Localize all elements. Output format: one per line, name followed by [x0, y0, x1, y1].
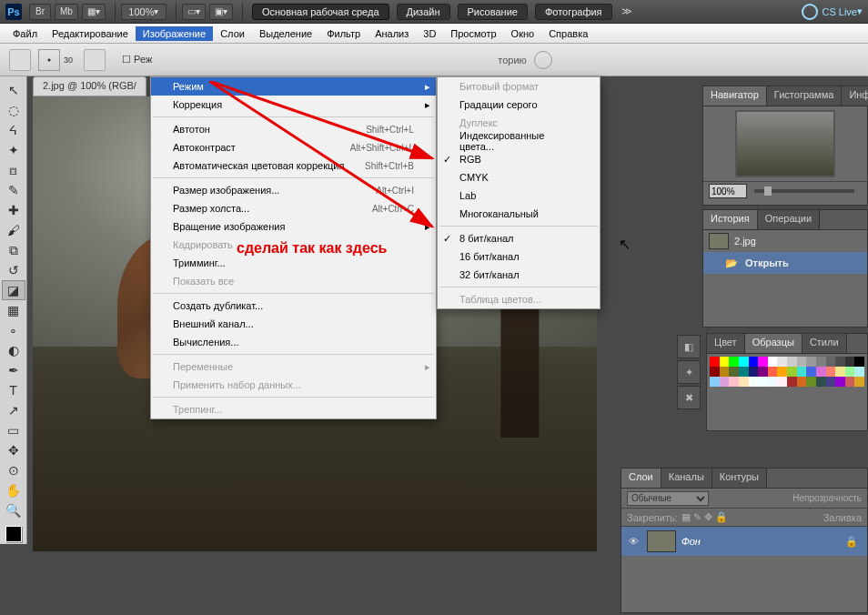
swatch[interactable] [806, 357, 816, 367]
tab-swatches[interactable]: Образцы [745, 334, 802, 353]
swatch[interactable] [816, 367, 826, 377]
menu-filter[interactable]: Фильтр [319, 26, 368, 41]
tools-icon[interactable]: ✖ [677, 386, 701, 409]
swatch[interactable] [835, 367, 845, 377]
swatch[interactable] [787, 367, 797, 377]
arrange-button[interactable]: ▭▾ [182, 4, 206, 20]
menu-auto-tone[interactable]: АвтотонShift+Ctrl+L [151, 120, 436, 138]
swatch[interactable] [787, 377, 797, 387]
color-icon[interactable]: ◧ [677, 335, 701, 358]
swatch[interactable] [854, 377, 864, 387]
tab-actions[interactable]: Операции [758, 210, 820, 229]
history-source[interactable]: 2.jpg [703, 230, 867, 252]
zoom-tool[interactable]: 🔍 [2, 500, 25, 520]
swatch[interactable] [710, 367, 720, 377]
hand-tool[interactable]: ✋ [2, 480, 25, 500]
swatch[interactable] [710, 357, 720, 367]
swatch[interactable] [835, 357, 845, 367]
swatch[interactable] [729, 377, 739, 387]
swatch[interactable] [797, 357, 807, 367]
pen-tool[interactable]: ✒ [2, 360, 25, 380]
marquee-tool[interactable]: ◌ [2, 100, 25, 120]
cs-live-button[interactable]: CS Live ▾ [802, 4, 863, 20]
swatch[interactable] [729, 367, 739, 377]
mode-16bit[interactable]: 16 бит/канал [438, 247, 600, 266]
mode-cmyk[interactable]: CMYK [438, 168, 600, 187]
menu-layers[interactable]: Слои [213, 26, 252, 41]
blend-mode-select[interactable]: Обычные [627, 491, 709, 506]
swatch[interactable] [777, 357, 787, 367]
shape-tool[interactable]: ▭ [2, 420, 25, 440]
menu-view[interactable]: Просмотр [443, 26, 503, 41]
swatch[interactable] [826, 377, 836, 387]
mode-32bit[interactable]: 32 бит/канал [438, 266, 600, 284]
menu-3d[interactable]: 3D [416, 26, 443, 41]
swatch[interactable] [806, 367, 816, 377]
swatch[interactable] [826, 367, 836, 377]
dodge-tool[interactable]: ◐ [2, 340, 25, 360]
mode-grayscale[interactable]: Градации серого [438, 96, 600, 114]
path-tool[interactable]: ↗ [2, 400, 25, 420]
swatch[interactable] [826, 357, 836, 367]
tab-info[interactable]: Инфо [842, 86, 868, 106]
swatch[interactable] [806, 377, 816, 387]
pressure-icon[interactable] [534, 51, 552, 69]
tab-layers[interactable]: Слои [621, 469, 661, 488]
menu-auto-color[interactable]: Автоматическая цветовая коррекцияShift+C… [151, 156, 436, 175]
mode-8bit[interactable]: 8 бит/канал [438, 229, 600, 247]
history-brush-tool[interactable]: ↺ [2, 260, 25, 280]
tab-history[interactable]: История [703, 210, 758, 229]
menu-apply-image[interactable]: Внешний канал... [151, 315, 436, 333]
swatch[interactable] [777, 367, 787, 377]
swatch[interactable] [749, 367, 759, 377]
swatch[interactable] [768, 377, 778, 387]
menu-auto-contrast[interactable]: АвтоконтрастAlt+Shift+Ctrl+L [151, 138, 436, 156]
menu-calculations[interactable]: Вычисления... [151, 333, 436, 351]
swatch[interactable] [777, 377, 787, 387]
swatch[interactable] [758, 357, 768, 367]
mode-indexed[interactable]: Индексированные цвета... [438, 132, 600, 150]
layer-thumbnail[interactable] [647, 530, 676, 552]
swatch[interactable] [749, 357, 759, 367]
menu-trim[interactable]: Тримминг... [151, 254, 436, 272]
3d-camera-tool[interactable]: ⊙ [2, 460, 25, 480]
swatch[interactable] [729, 357, 739, 367]
workspace-main[interactable]: Основная рабочая среда [252, 4, 389, 20]
view-extras-button[interactable]: ▦▾ [82, 4, 106, 20]
mode-multichannel[interactable]: Многоканальный [438, 205, 600, 223]
swatch[interactable] [749, 377, 759, 387]
menu-duplicate[interactable]: Создать дубликат... [151, 297, 436, 315]
eyedropper-tool[interactable]: ✎ [2, 180, 25, 200]
stamp-tool[interactable]: ⧉ [2, 240, 25, 260]
swatch[interactable] [787, 357, 797, 367]
mode-rgb[interactable]: RGB [438, 150, 600, 168]
wand-tool[interactable]: ✦ [2, 140, 25, 160]
tab-navigator[interactable]: Навигатор [703, 86, 767, 106]
tab-paths[interactable]: Контуры [712, 469, 767, 488]
swatch[interactable] [845, 367, 855, 377]
swatch[interactable] [739, 357, 749, 367]
visibility-icon[interactable]: 👁 [625, 536, 641, 547]
swatch[interactable] [816, 377, 826, 387]
swatch[interactable] [854, 367, 864, 377]
menu-analysis[interactable]: Анализ [368, 26, 416, 41]
menu-help[interactable]: Справка [541, 26, 595, 41]
bridge-button[interactable]: Br [29, 4, 51, 20]
workspace-design[interactable]: Дизайн [397, 4, 450, 20]
3d-tool[interactable]: ✥ [2, 440, 25, 460]
swatch[interactable] [845, 357, 855, 367]
swatch[interactable] [739, 377, 749, 387]
workspace-drawing[interactable]: Рисование [458, 4, 528, 20]
tab-styles[interactable]: Стили [802, 334, 847, 353]
blur-tool[interactable]: ∘ [2, 320, 25, 340]
menu-image-size[interactable]: Размер изображения...Alt+Ctrl+I [151, 181, 436, 199]
zoom-level[interactable]: 100% ▾ [121, 4, 167, 20]
move-tool[interactable]: ↖ [2, 80, 25, 100]
heal-tool[interactable]: ✚ [2, 200, 25, 220]
swatch[interactable] [854, 357, 864, 367]
layer-background[interactable]: 👁 Фон 🔒 [621, 527, 867, 556]
screen-mode-button[interactable]: ▣▾ [209, 4, 233, 20]
menu-mode[interactable]: Режим [151, 77, 436, 96]
workspace-more[interactable]: ≫ [621, 5, 632, 17]
swatch[interactable] [710, 377, 720, 387]
